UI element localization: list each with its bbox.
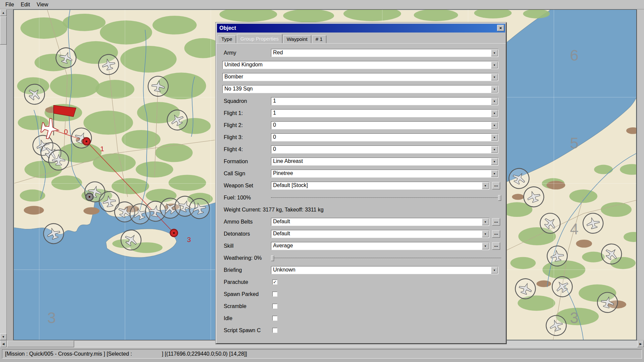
forest-patch [601, 202, 632, 217]
chevron-down-icon[interactable]: ▼ [491, 146, 498, 153]
dropdown-flight-3[interactable]: 0▼ [271, 133, 498, 141]
grid-number: 6 [570, 47, 579, 64]
field-label: Fuel: 100% [224, 192, 251, 204]
chevron-down-icon[interactable]: ▼ [491, 122, 498, 129]
dropdown-flight-4[interactable]: 0▼ [271, 145, 498, 154]
dropdown-united-kingdom[interactable]: United Kingdom▼ [222, 61, 498, 69]
slider-thumb[interactable] [498, 195, 501, 201]
horizontal-scroll-thumb[interactable] [7, 341, 74, 347]
field-label: Idle [224, 312, 232, 324]
dropdown-detonators[interactable]: Default▼ [271, 230, 489, 238]
checkbox-idle[interactable] [272, 316, 277, 321]
checkbox-script-spawn-c[interactable] [272, 328, 277, 333]
form-row-briefing: BriefingUnknown▼ [216, 264, 506, 276]
dropdown-ammo-belts[interactable]: Default▼ [271, 218, 489, 226]
forest-patch [169, 175, 206, 191]
menu-file[interactable]: File [3, 1, 17, 8]
grid-number: 5 [570, 134, 579, 152]
vertical-scroll-thumb[interactable] [0, 16, 7, 45]
dialog-tabs: TypeGroup PropertiesWaypoint# 1 [218, 34, 504, 43]
forest-patch [96, 80, 135, 99]
close-icon[interactable]: × [497, 25, 504, 31]
scroll-up-icon[interactable]: ▲ [0, 9, 7, 16]
dropdown-flight-1[interactable]: 1▼ [271, 109, 498, 117]
form-row-flight-4: Flight 4:0▼ [216, 143, 506, 156]
chevron-down-icon[interactable]: ▼ [491, 158, 498, 165]
dropdown-value: Average [273, 243, 293, 249]
chevron-down-icon[interactable]: ▼ [482, 243, 489, 249]
dropdown-briefing[interactable]: Unknown▼ [271, 266, 498, 274]
chevron-down-icon[interactable]: ▼ [491, 62, 498, 68]
dialog-form: ArmyRed▼United Kingdom▼Bomber▼No 139 Sqn… [216, 43, 506, 343]
chevron-down-icon[interactable]: ▼ [482, 182, 489, 189]
more-button-detonators[interactable]: ... [492, 230, 500, 238]
form-row-flight-1: Flight 1:1▼ [216, 107, 506, 119]
field-label: Skill [224, 240, 233, 252]
app-window: FileEditView ▲ ▼ [0, 0, 644, 362]
dropdown-army[interactable]: Red▼ [271, 49, 498, 57]
town-area [546, 181, 565, 189]
tab-group-properties[interactable]: Group Properties [237, 34, 282, 43]
dropdown-formation[interactable]: Line Abreast▼ [271, 158, 498, 166]
checkbox-spawn-parked[interactable] [272, 292, 277, 297]
waypoint-marker-icon[interactable] [83, 138, 90, 145]
right-scroll-strip[interactable] [637, 9, 644, 340]
chevron-down-icon[interactable]: ▼ [491, 267, 498, 274]
chevron-down-icon[interactable]: ▼ [482, 231, 489, 237]
menu-bar: FileEditView [0, 0, 644, 9]
scroll-down-icon[interactable]: ▼ [0, 334, 7, 340]
slider-track-fuel-100[interactable] [271, 197, 501, 198]
scroll-right-icon[interactable]: ▶ [637, 341, 644, 347]
forest-patch [122, 130, 161, 149]
chevron-down-icon[interactable]: ▼ [491, 86, 498, 93]
dropdown-value: 1 [273, 98, 276, 104]
forest-patch [155, 143, 193, 162]
tab-waypoint[interactable]: Waypoint [283, 35, 311, 43]
dropdown-value: Unknown [273, 267, 296, 273]
aircraft-icon[interactable] [49, 150, 69, 170]
dropdown-value: United Kingdom [224, 62, 263, 68]
menu-edit[interactable]: Edit [18, 1, 33, 8]
scroll-left-icon[interactable]: ◀ [0, 341, 7, 347]
more-button-skill[interactable]: ... [492, 242, 500, 250]
tab-1[interactable]: # 1 [312, 35, 326, 43]
town-area [536, 281, 551, 287]
chevron-down-icon[interactable]: ▼ [491, 134, 498, 141]
town-area [512, 194, 524, 200]
form-row-weapon-set: Weapon SetDefault [Stock]▼... [216, 180, 506, 192]
dropdown-call-sign[interactable]: Pinetree▼ [271, 170, 498, 178]
slider-thumb[interactable] [271, 255, 274, 261]
more-button-weapon-set[interactable]: ... [492, 182, 500, 189]
dropdown-weapon-set[interactable]: Default [Stock]▼ [271, 182, 489, 190]
tab-type[interactable]: Type [218, 35, 236, 43]
dropdown-bomber[interactable]: Bomber▼ [222, 73, 498, 81]
forest-patch [84, 111, 133, 135]
chevron-down-icon[interactable]: ▼ [491, 98, 498, 105]
dropdown-squadron[interactable]: 1▼ [271, 97, 498, 105]
chevron-down-icon[interactable]: ▼ [491, 170, 498, 177]
dropdown-value: 1 [273, 110, 276, 116]
dropdown-value: No 139 Sqn [224, 86, 253, 92]
checkbox-scramble[interactable] [272, 304, 277, 309]
waypoint-marker-icon[interactable] [170, 229, 177, 237]
dropdown-no-139-sqn[interactable]: No 139 Sqn▼ [222, 85, 498, 93]
chevron-down-icon[interactable]: ▼ [491, 50, 498, 56]
chevron-down-icon[interactable]: ▼ [491, 74, 498, 80]
landmark-marker-icon[interactable] [86, 193, 93, 200]
field-label: Ammo Belts [224, 216, 253, 228]
town-area [576, 240, 592, 248]
form-row-no-139-sqn: No 139 Sqn▼ [216, 83, 506, 95]
checkbox-parachute[interactable]: ✓ [272, 280, 277, 285]
more-button-ammo-belts[interactable]: ... [492, 218, 500, 226]
town-area [24, 206, 44, 215]
chevron-down-icon[interactable]: ▼ [482, 219, 489, 225]
vertical-scrollbar[interactable]: ▲ ▼ [0, 9, 7, 340]
dropdown-flight-2[interactable]: 0▼ [271, 121, 498, 129]
chevron-down-icon[interactable]: ▼ [491, 110, 498, 117]
field-label: Weathering: 0% [224, 252, 262, 264]
field-label: Flight 2: [224, 119, 243, 131]
slider-track-weathering-0[interactable] [271, 258, 501, 258]
dialog-titlebar[interactable]: Object × [217, 24, 505, 33]
dropdown-skill[interactable]: Average▼ [271, 242, 489, 250]
menu-view[interactable]: View [34, 1, 51, 8]
